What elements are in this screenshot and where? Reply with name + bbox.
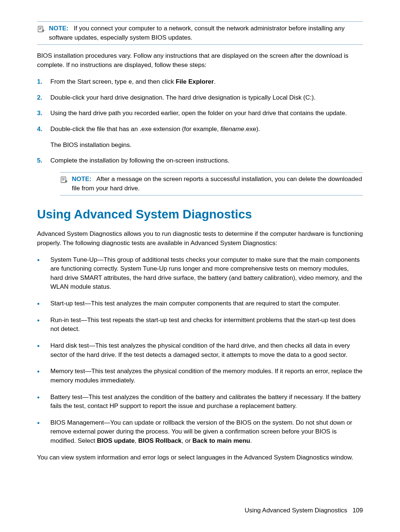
step-number: 3. bbox=[37, 109, 44, 118]
step-text: From the Start screen, type e, and then … bbox=[50, 77, 363, 87]
bullet-item: Memory test—This test analyzes the physi… bbox=[37, 367, 363, 385]
step-number: 2. bbox=[37, 93, 44, 103]
step-4: 4. Double-click the file that has an .ex… bbox=[37, 125, 363, 150]
step-1: 1. From the Start screen, type e, and th… bbox=[37, 77, 363, 87]
page: NOTE: If you connect your computer to a … bbox=[0, 0, 400, 532]
bullet-list: System Tune-Up—This group of additional … bbox=[37, 255, 363, 446]
footer-page: 109 bbox=[353, 507, 363, 514]
footer-title: Using Advanced System Diagnostics bbox=[245, 507, 347, 514]
section-heading: Using Advanced System Diagnostics bbox=[37, 207, 363, 221]
bullet-item: Battery test—This test analyzes the cond… bbox=[37, 393, 363, 411]
note-label: NOTE: bbox=[49, 25, 69, 32]
step-number: 5. bbox=[37, 156, 44, 165]
step-3: 3. Using the hard drive path you recorde… bbox=[37, 109, 363, 118]
step-text: Double-click the file that has an .exe e… bbox=[50, 125, 363, 150]
step-5: 5. Complete the installation by followin… bbox=[37, 156, 363, 165]
intro-paragraph: BIOS installation procedures vary. Follo… bbox=[37, 51, 363, 70]
section-intro: Advanced System Diagnostics allows you t… bbox=[37, 230, 363, 248]
note-text: NOTE: If you connect your computer to a … bbox=[49, 24, 363, 42]
svg-rect-0 bbox=[38, 26, 43, 32]
note-body: If you connect your computer to a networ… bbox=[49, 25, 344, 41]
note-box-1: NOTE: If you connect your computer to a … bbox=[37, 21, 363, 45]
bullet-item: Hard disk test—This test analyzes the ph… bbox=[37, 341, 363, 359]
page-footer: Using Advanced System Diagnostics 109 bbox=[245, 507, 363, 514]
note-box-2: NOTE: After a message on the screen repo… bbox=[60, 172, 363, 195]
step-text: Double-click your hard drive designation… bbox=[50, 93, 363, 103]
note-text: NOTE: After a message on the screen repo… bbox=[72, 175, 363, 193]
note-icon bbox=[60, 175, 70, 193]
step-number: 4. bbox=[37, 125, 44, 150]
bullet-item: System Tune-Up—This group of additional … bbox=[37, 255, 363, 292]
step-2: 2. Double-click your hard drive designat… bbox=[37, 93, 363, 103]
note-icon bbox=[37, 24, 47, 42]
note-label: NOTE: bbox=[72, 175, 91, 183]
step-sub: The BIOS installation begins. bbox=[50, 141, 363, 150]
step-number: 1. bbox=[37, 77, 44, 87]
bullet-item: Run-in test—This test repeats the start-… bbox=[37, 316, 363, 334]
step-text: Complete the installation by following t… bbox=[50, 156, 363, 165]
bullet-item-bios: BIOS Management—You can update or rollba… bbox=[37, 418, 363, 446]
steps-list: 1. From the Start screen, type e, and th… bbox=[37, 77, 363, 165]
closing-paragraph: You can view system information and erro… bbox=[37, 453, 363, 462]
note-body: After a message on the screen reports a … bbox=[72, 175, 362, 192]
svg-rect-1 bbox=[61, 177, 66, 183]
bullet-item: Start-up test—This test analyzes the mai… bbox=[37, 299, 363, 308]
step-text: Using the hard drive path you recorded e… bbox=[50, 109, 363, 118]
